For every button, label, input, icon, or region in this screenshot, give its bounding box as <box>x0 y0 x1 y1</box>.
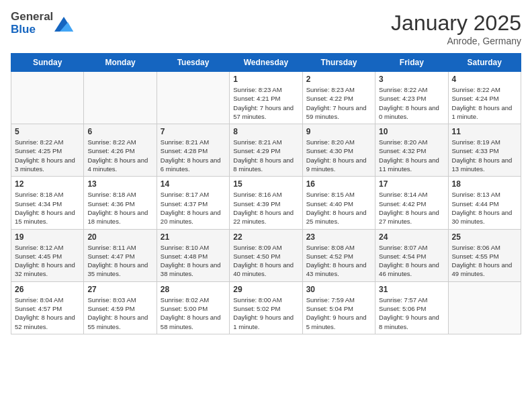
day-info: Sunrise: 8:06 AMSunset: 4:55 PMDaylight:… <box>452 243 517 279</box>
calendar-day-cell: 23Sunrise: 8:08 AMSunset: 4:52 PMDayligh… <box>302 229 375 281</box>
day-number: 15 <box>233 179 298 189</box>
calendar-day-cell: 5Sunrise: 8:22 AMSunset: 4:25 PMDaylight… <box>11 124 84 177</box>
calendar-day-cell: 6Sunrise: 8:22 AMSunset: 4:26 PMDaylight… <box>84 124 157 177</box>
day-info: Sunrise: 8:08 AMSunset: 4:52 PMDaylight:… <box>306 243 371 279</box>
calendar-day-cell <box>84 72 157 124</box>
calendar-day-cell: 20Sunrise: 8:11 AMSunset: 4:47 PMDayligh… <box>84 229 157 281</box>
calendar-day-cell: 8Sunrise: 8:21 AMSunset: 4:29 PMDaylight… <box>230 124 302 177</box>
day-of-week-header: Friday <box>375 54 448 72</box>
day-of-week-header: Sunday <box>11 54 84 72</box>
title-block: January 2025 Anrode, Germany <box>391 11 521 46</box>
month-title: January 2025 <box>391 11 521 36</box>
day-number: 6 <box>87 127 152 136</box>
calendar-day-cell: 3Sunrise: 8:22 AMSunset: 4:23 PMDaylight… <box>375 72 448 124</box>
calendar-day-cell: 26Sunrise: 8:04 AMSunset: 4:57 PMDayligh… <box>11 281 84 334</box>
day-number: 25 <box>452 232 517 242</box>
day-of-week-header: Monday <box>84 54 157 72</box>
day-info: Sunrise: 8:16 AMSunset: 4:39 PMDaylight:… <box>233 190 298 226</box>
day-info: Sunrise: 8:10 AMSunset: 4:48 PMDaylight:… <box>161 243 226 279</box>
day-number: 17 <box>379 179 444 189</box>
day-number: 19 <box>15 232 80 242</box>
day-info: Sunrise: 8:00 AMSunset: 5:02 PMDaylight:… <box>233 295 298 331</box>
day-info: Sunrise: 8:07 AMSunset: 4:54 PMDaylight:… <box>379 243 444 279</box>
calendar-day-cell: 14Sunrise: 8:17 AMSunset: 4:37 PMDayligh… <box>157 177 229 229</box>
day-number: 2 <box>306 75 371 84</box>
day-number: 27 <box>87 285 152 294</box>
day-number: 30 <box>306 285 371 294</box>
calendar-day-cell: 13Sunrise: 8:18 AMSunset: 4:36 PMDayligh… <box>84 177 157 229</box>
calendar-day-cell: 12Sunrise: 8:18 AMSunset: 4:34 PMDayligh… <box>11 177 84 229</box>
calendar-week-row: 26Sunrise: 8:04 AMSunset: 4:57 PMDayligh… <box>11 281 521 334</box>
day-number: 4 <box>452 75 517 84</box>
location: Anrode, Germany <box>391 36 521 46</box>
calendar-day-cell: 4Sunrise: 8:22 AMSunset: 4:24 PMDaylight… <box>448 72 521 124</box>
calendar-day-cell: 16Sunrise: 8:15 AMSunset: 4:40 PMDayligh… <box>302 177 375 229</box>
day-info: Sunrise: 8:23 AMSunset: 4:22 PMDaylight:… <box>306 85 371 121</box>
calendar-day-cell: 1Sunrise: 8:23 AMSunset: 4:21 PMDaylight… <box>230 72 302 124</box>
calendar-day-cell: 10Sunrise: 8:20 AMSunset: 4:32 PMDayligh… <box>375 124 448 177</box>
day-number: 16 <box>306 179 371 189</box>
day-number: 8 <box>233 127 298 136</box>
day-info: Sunrise: 8:19 AMSunset: 4:33 PMDaylight:… <box>452 138 517 173</box>
calendar-week-row: 5Sunrise: 8:22 AMSunset: 4:25 PMDaylight… <box>11 124 521 177</box>
day-info: Sunrise: 8:09 AMSunset: 4:50 PMDaylight:… <box>233 243 298 279</box>
calendar-day-cell: 15Sunrise: 8:16 AMSunset: 4:39 PMDayligh… <box>230 177 302 229</box>
calendar-day-cell: 18Sunrise: 8:13 AMSunset: 4:44 PMDayligh… <box>448 177 521 229</box>
day-number: 26 <box>15 285 80 294</box>
day-info: Sunrise: 7:59 AMSunset: 5:04 PMDaylight:… <box>306 295 371 331</box>
calendar-week-row: 1Sunrise: 8:23 AMSunset: 4:21 PMDaylight… <box>11 72 521 124</box>
day-info: Sunrise: 8:18 AMSunset: 4:36 PMDaylight:… <box>87 190 152 226</box>
calendar-week-row: 19Sunrise: 8:12 AMSunset: 4:45 PMDayligh… <box>11 229 521 281</box>
logo-blue: Blue <box>11 24 53 36</box>
calendar-day-cell: 17Sunrise: 8:14 AMSunset: 4:42 PMDayligh… <box>375 177 448 229</box>
day-info: Sunrise: 8:22 AMSunset: 4:26 PMDaylight:… <box>87 138 152 173</box>
day-number: 1 <box>233 75 298 84</box>
calendar-day-cell: 2Sunrise: 8:23 AMSunset: 4:22 PMDaylight… <box>302 72 375 124</box>
day-info: Sunrise: 8:21 AMSunset: 4:28 PMDaylight:… <box>161 138 226 173</box>
logo-icon <box>54 17 73 32</box>
calendar-day-cell: 19Sunrise: 8:12 AMSunset: 4:45 PMDayligh… <box>11 229 84 281</box>
day-info: Sunrise: 8:18 AMSunset: 4:34 PMDaylight:… <box>15 190 80 226</box>
day-number: 12 <box>15 179 80 189</box>
calendar-day-cell: 24Sunrise: 8:07 AMSunset: 4:54 PMDayligh… <box>375 229 448 281</box>
calendar-day-cell: 21Sunrise: 8:10 AMSunset: 4:48 PMDayligh… <box>157 229 229 281</box>
calendar-table: SundayMondayTuesdayWednesdayThursdayFrid… <box>11 53 521 334</box>
day-info: Sunrise: 8:23 AMSunset: 4:21 PMDaylight:… <box>233 85 298 121</box>
day-info: Sunrise: 7:57 AMSunset: 5:06 PMDaylight:… <box>379 295 444 331</box>
day-of-week-header: Tuesday <box>157 54 229 72</box>
day-info: Sunrise: 8:21 AMSunset: 4:29 PMDaylight:… <box>233 138 298 173</box>
logo-general: General <box>11 11 53 24</box>
calendar-day-cell: 7Sunrise: 8:21 AMSunset: 4:28 PMDaylight… <box>157 124 229 177</box>
calendar-day-cell: 11Sunrise: 8:19 AMSunset: 4:33 PMDayligh… <box>448 124 521 177</box>
day-number: 7 <box>161 127 226 136</box>
page-header: General Blue January 2025 Anrode, German… <box>11 11 521 46</box>
day-number: 18 <box>452 179 517 189</box>
day-info: Sunrise: 8:22 AMSunset: 4:24 PMDaylight:… <box>452 85 517 121</box>
calendar-day-cell <box>157 72 229 124</box>
day-info: Sunrise: 8:03 AMSunset: 4:59 PMDaylight:… <box>87 295 152 331</box>
day-number: 24 <box>379 232 444 242</box>
day-info: Sunrise: 8:20 AMSunset: 4:30 PMDaylight:… <box>306 138 371 173</box>
day-info: Sunrise: 8:12 AMSunset: 4:45 PMDaylight:… <box>15 243 80 279</box>
calendar-header-row: SundayMondayTuesdayWednesdayThursdayFrid… <box>11 54 521 72</box>
calendar-day-cell: 31Sunrise: 7:57 AMSunset: 5:06 PMDayligh… <box>375 281 448 334</box>
day-number: 14 <box>161 179 226 189</box>
day-of-week-header: Thursday <box>302 54 375 72</box>
calendar-day-cell: 22Sunrise: 8:09 AMSunset: 4:50 PMDayligh… <box>230 229 302 281</box>
logo: General Blue <box>11 11 73 36</box>
day-info: Sunrise: 8:22 AMSunset: 4:23 PMDaylight:… <box>379 85 444 121</box>
day-info: Sunrise: 8:22 AMSunset: 4:25 PMDaylight:… <box>15 138 80 173</box>
day-of-week-header: Wednesday <box>230 54 302 72</box>
calendar-day-cell: 27Sunrise: 8:03 AMSunset: 4:59 PMDayligh… <box>84 281 157 334</box>
day-number: 13 <box>87 179 152 189</box>
day-info: Sunrise: 8:02 AMSunset: 5:00 PMDaylight:… <box>161 295 226 331</box>
day-info: Sunrise: 8:17 AMSunset: 4:37 PMDaylight:… <box>161 190 226 226</box>
calendar-day-cell: 28Sunrise: 8:02 AMSunset: 5:00 PMDayligh… <box>157 281 229 334</box>
day-of-week-header: Saturday <box>448 54 521 72</box>
day-number: 20 <box>87 232 152 242</box>
day-info: Sunrise: 8:14 AMSunset: 4:42 PMDaylight:… <box>379 190 444 226</box>
day-number: 5 <box>15 127 80 136</box>
calendar-day-cell: 30Sunrise: 7:59 AMSunset: 5:04 PMDayligh… <box>302 281 375 334</box>
calendar-week-row: 12Sunrise: 8:18 AMSunset: 4:34 PMDayligh… <box>11 177 521 229</box>
calendar-day-cell <box>11 72 84 124</box>
